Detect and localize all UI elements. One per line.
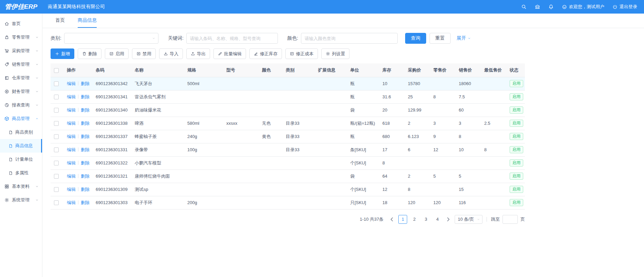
- toolbar-button-label: 批量编辑: [224, 51, 242, 57]
- cell-category: [282, 77, 315, 90]
- column-settings-button[interactable]: 列设置: [321, 48, 349, 59]
- row-checkbox[interactable]: [54, 121, 59, 126]
- row-checkbox[interactable]: [54, 200, 59, 205]
- edit-link[interactable]: 编辑: [67, 147, 76, 152]
- enable-icon: [109, 52, 114, 56]
- edit-link[interactable]: 编辑: [67, 187, 76, 192]
- sidebar-subitem-product-info[interactable]: 商品信息: [0, 139, 42, 153]
- row-checkbox[interactable]: [54, 161, 59, 165]
- delete-link[interactable]: 删除: [81, 200, 90, 205]
- chevron-up-icon: [35, 117, 39, 120]
- search-icon[interactable]: [521, 4, 527, 9]
- sidebar: 首页零售管理采购管理销售管理仓库管理财务管理报表查询商品管理商品类别商品信息计量…: [0, 14, 42, 277]
- edit-link[interactable]: 编辑: [67, 94, 76, 99]
- page-button-4[interactable]: 4: [433, 215, 442, 224]
- sidebar-item-retail[interactable]: 零售管理: [0, 31, 42, 44]
- delete-link[interactable]: 删除: [81, 81, 90, 86]
- sidebar-item-finance[interactable]: 财务管理: [0, 85, 42, 98]
- page-button-2[interactable]: 2: [410, 215, 419, 224]
- edit-link[interactable]: 编辑: [67, 107, 76, 113]
- row-checkbox[interactable]: [54, 95, 59, 99]
- bell-icon[interactable]: [548, 4, 554, 9]
- sidebar-item-sales[interactable]: 销售管理: [0, 58, 42, 71]
- page-size-select[interactable]: 10 条/页: [455, 215, 482, 224]
- import-icon: [164, 52, 168, 56]
- cell-color: [259, 143, 282, 156]
- category-select[interactable]: [64, 33, 158, 44]
- sidebar-item-warehouse[interactable]: 仓库管理: [0, 71, 42, 85]
- disable-button[interactable]: 禁用: [132, 48, 156, 59]
- next-page-icon[interactable]: [444, 215, 452, 223]
- edit-link[interactable]: 编辑: [67, 81, 76, 86]
- keyword-input[interactable]: [186, 33, 278, 44]
- link-divider: [78, 174, 78, 178]
- sidebar-item-system[interactable]: 系统管理: [0, 193, 42, 207]
- jump-page-input[interactable]: [503, 215, 518, 224]
- page-button-3[interactable]: 3: [421, 215, 430, 224]
- row-checkbox[interactable]: [54, 174, 59, 179]
- filter-bar: 类别: 关键词: 颜色: 查询 重置 展开: [51, 33, 636, 44]
- delete-link[interactable]: 删除: [81, 134, 90, 139]
- add-button[interactable]: 新增: [51, 48, 74, 59]
- sidebar-subitem-measure-unit[interactable]: 计量单位: [0, 153, 42, 166]
- sidebar-subitem-multi-attribute[interactable]: 多属性: [0, 166, 42, 180]
- cell-model: [223, 90, 259, 103]
- row-checkbox[interactable]: [54, 134, 59, 139]
- cell-name: 飞天茅台: [131, 77, 184, 90]
- edit-link[interactable]: 编辑: [67, 134, 76, 139]
- edit-link[interactable]: 编辑: [67, 160, 76, 165]
- row-checkbox[interactable]: [54, 81, 59, 86]
- header-checkbox[interactable]: [54, 68, 59, 73]
- cell-sale: 15: [455, 183, 481, 196]
- bank-icon[interactable]: [535, 4, 540, 9]
- pagination-total: 1-10 共37条: [360, 216, 383, 222]
- search-button[interactable]: 查询: [405, 33, 426, 44]
- color-input[interactable]: [301, 33, 398, 44]
- delete-link[interactable]: 删除: [81, 107, 90, 113]
- delete-link[interactable]: 删除: [81, 121, 90, 126]
- batch-edit-button[interactable]: 批量编辑: [213, 48, 246, 59]
- tab-home[interactable]: 首页: [55, 14, 65, 28]
- sales-icon: [4, 62, 9, 67]
- delete-link[interactable]: 删除: [81, 160, 90, 165]
- row-checkbox[interactable]: [54, 147, 59, 152]
- column-header: 库存: [379, 63, 404, 77]
- sidebar-item-product[interactable]: 商品管理: [0, 112, 42, 125]
- tab-product-info[interactable]: 商品信息: [78, 14, 97, 28]
- sidebar-item-purchase[interactable]: 采购管理: [0, 44, 42, 58]
- row-checkbox[interactable]: [54, 108, 59, 113]
- delete-link[interactable]: 删除: [81, 147, 90, 152]
- sidebar-item-home[interactable]: 首页: [0, 17, 42, 31]
- export-button[interactable]: 导出: [186, 48, 210, 59]
- edit-link[interactable]: 编辑: [67, 121, 76, 126]
- welcome-user[interactable]: 欢迎您，测试用户: [562, 4, 604, 10]
- import-button[interactable]: 导入: [159, 48, 183, 59]
- sidebar-subitem-product-category[interactable]: 商品类别: [0, 125, 42, 139]
- enable-button[interactable]: 启用: [105, 48, 129, 59]
- prev-page-icon[interactable]: [388, 215, 396, 223]
- delete-link[interactable]: 删除: [81, 174, 90, 179]
- sidebar-item-basedata[interactable]: 基本资料: [0, 180, 42, 193]
- fix-cost-button[interactable]: 修正成本: [285, 48, 318, 59]
- table-row: 编辑删除6901236301340奶油味爆米花袋20129.9960启用: [51, 103, 525, 117]
- reset-button[interactable]: 重置: [430, 33, 451, 44]
- cell-spec: 580ml: [184, 117, 223, 130]
- delete-link[interactable]: 删除: [81, 187, 90, 192]
- cell-min: [481, 103, 506, 117]
- logout-button[interactable]: 退出登录: [612, 4, 637, 10]
- sidebar-item-report[interactable]: 报表查询: [0, 98, 42, 112]
- cell-retail: [430, 103, 455, 117]
- row-checkbox[interactable]: [54, 187, 59, 192]
- cell-status: 启用: [506, 77, 525, 90]
- cell-color: [259, 170, 282, 183]
- fix-stock-button[interactable]: 修正库存: [249, 48, 282, 59]
- edit-link[interactable]: 编辑: [67, 200, 76, 205]
- delete-link[interactable]: 删除: [81, 94, 90, 99]
- page-button-1[interactable]: 1: [398, 215, 407, 224]
- cell-unit: 条[SKU]: [347, 143, 379, 156]
- chevron-down-icon: [35, 103, 39, 107]
- cell-category: [282, 183, 315, 196]
- delete-button[interactable]: 删除: [78, 48, 101, 59]
- edit-link[interactable]: 编辑: [67, 174, 76, 179]
- expand-link[interactable]: 展开: [457, 35, 471, 41]
